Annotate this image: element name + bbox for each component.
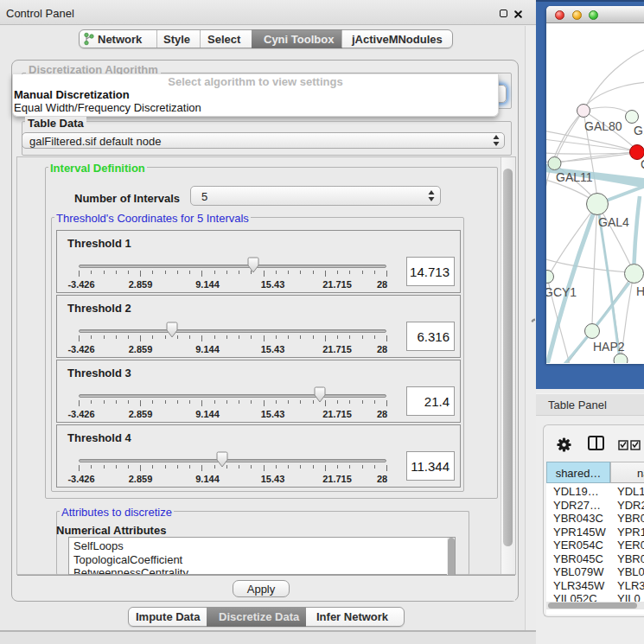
svg-text:H: H bbox=[636, 284, 644, 298]
svg-text:GCY1: GCY1 bbox=[546, 285, 577, 299]
svg-text:C: C bbox=[641, 157, 644, 171]
svg-text:GAL11: GAL11 bbox=[556, 170, 593, 184]
svg-text:G.: G. bbox=[634, 124, 644, 137]
svg-text:GAL80: GAL80 bbox=[584, 119, 622, 133]
svg-text:HAP2: HAP2 bbox=[593, 340, 625, 354]
svg-text:GAL4: GAL4 bbox=[598, 215, 629, 229]
